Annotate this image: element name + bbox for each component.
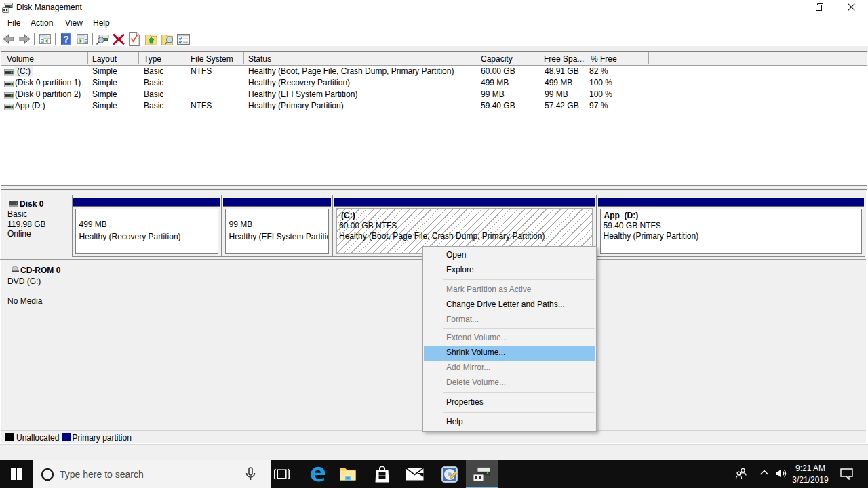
svg-text:?: ? [63, 34, 69, 45]
